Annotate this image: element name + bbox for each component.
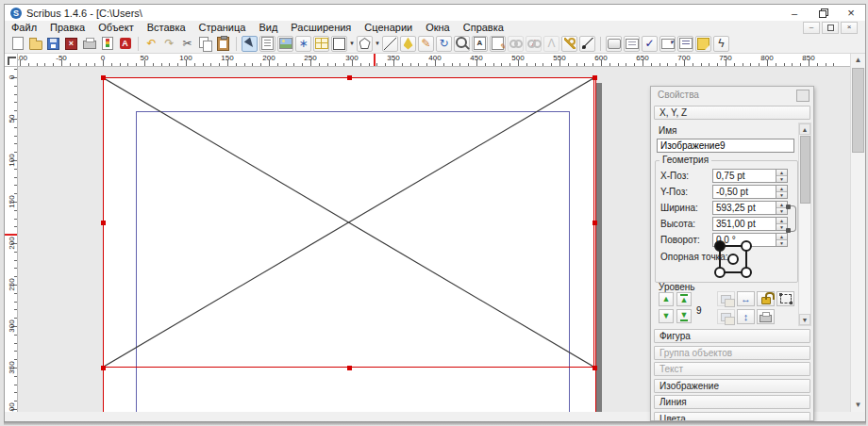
measurements-button[interactable]: Λ	[543, 36, 559, 52]
image-frame-object[interactable]	[103, 77, 594, 368]
x-pos-spin-buttons[interactable]: ▲▼	[776, 170, 787, 182]
palette-title-bar[interactable]: Свойства	[651, 87, 813, 103]
insert-shape-button[interactable]	[331, 36, 347, 52]
scroll-up-icon[interactable]: ▲	[851, 54, 865, 67]
insert-bezier-button[interactable]	[400, 36, 416, 52]
scroll-down-icon[interactable]: ▼	[851, 399, 865, 412]
new-document-button[interactable]	[9, 36, 25, 52]
horizontal-ruler[interactable]: -100-50050100150200250300350400450500550…	[18, 54, 850, 67]
select-item-button[interactable]	[242, 36, 258, 52]
copy-properties-button[interactable]	[561, 36, 577, 52]
basepoint-bottom-right[interactable]	[741, 267, 752, 278]
pdf-link-annotation-button[interactable]: ϟ	[713, 36, 729, 52]
selection-handle-br[interactable]	[593, 366, 597, 370]
width-spinbox[interactable]: 593,25 pt▲▼	[712, 201, 788, 215]
scrollbar-thumb[interactable]	[852, 68, 864, 153]
mdi-restore-button[interactable]	[822, 22, 839, 34]
menu-item-8[interactable]: Окна	[419, 21, 457, 34]
zoom-button[interactable]	[454, 36, 470, 52]
edit-contents-button[interactable]	[472, 36, 488, 52]
section-colors[interactable]: Цвета	[654, 412, 810, 422]
close-document-button[interactable]	[63, 36, 79, 52]
group-button[interactable]	[717, 291, 735, 306]
undo-button[interactable]: ↶	[143, 36, 159, 52]
y-pos-spin-buttons[interactable]: ▲▼	[776, 186, 787, 198]
level-up-button[interactable]: ▲	[659, 292, 674, 306]
tab-xyz[interactable]: X, Y, Z	[654, 106, 810, 120]
basepoint-bottom-left[interactable]	[714, 267, 726, 278]
insert-line-button[interactable]	[382, 36, 398, 52]
level-to-bottom-button[interactable]: ▼	[676, 309, 692, 323]
selection-handle-tr[interactable]	[593, 75, 597, 80]
mdi-close-button[interactable]: ×	[841, 22, 858, 34]
canvas-vertical-scrollbar[interactable]: ▲ ▼	[850, 54, 865, 412]
cut-button[interactable]: ✂	[179, 36, 195, 52]
open-document-button[interactable]	[27, 36, 43, 52]
menu-item-1[interactable]: Правка	[43, 21, 92, 34]
print-button[interactable]	[81, 36, 97, 52]
enable-printing-button[interactable]	[757, 309, 775, 324]
story-editor-button[interactable]	[490, 36, 506, 52]
pdf-text-field-button[interactable]	[624, 36, 640, 52]
palette-scroll-down-icon[interactable]: ▼	[799, 314, 810, 325]
spin-down-icon[interactable]: ▼	[776, 239, 787, 246]
flip-horizontal-button[interactable]: ↔	[737, 291, 755, 306]
insert-shape-dropdown[interactable]: ▾	[348, 36, 356, 52]
basepoint-selector[interactable]	[714, 240, 752, 278]
preflight-verifier-button[interactable]	[99, 36, 115, 52]
insert-image-frame-button[interactable]	[277, 36, 293, 52]
section-shape[interactable]: Фигура	[654, 329, 810, 343]
rotation-spin-buttons[interactable]: ▲▼	[776, 234, 787, 246]
menu-item-4[interactable]: Страница	[192, 21, 253, 34]
section-group[interactable]: Группа объектов	[654, 346, 810, 360]
height-spinbox[interactable]: 351,00 pt▲▼	[712, 217, 788, 231]
menu-item-5[interactable]: Вид	[252, 21, 284, 34]
palette-scrollbar-thumb[interactable]	[800, 136, 810, 204]
pdf-combo-box-button[interactable]	[659, 36, 676, 52]
insert-polygon-button[interactable]	[357, 36, 373, 52]
paste-button[interactable]	[215, 36, 231, 52]
selection-handle-tl[interactable]	[101, 75, 106, 80]
pdf-checkbox-button[interactable]: ✓	[642, 36, 658, 52]
basepoint-center[interactable]	[727, 254, 739, 265]
selection-handle-mr[interactable]	[593, 221, 597, 225]
pdf-list-box-button[interactable]	[677, 36, 693, 52]
palette-close-button[interactable]	[796, 90, 810, 102]
insert-polygon-dropdown[interactable]: ▾	[374, 36, 381, 52]
export-pdf-button[interactable]	[117, 36, 133, 52]
rotate-item-button[interactable]: ↻	[436, 36, 452, 52]
lock-button[interactable]	[757, 291, 775, 306]
link-width-height-icon[interactable]	[789, 205, 796, 232]
insert-text-frame-button[interactable]	[259, 36, 275, 52]
object-name-input[interactable]	[657, 139, 794, 153]
restore-button[interactable]	[809, 5, 837, 21]
flip-vertical-button[interactable]: ↕	[737, 309, 755, 324]
ruler-origin-button[interactable]	[5, 54, 18, 67]
palette-scroll-up-icon[interactable]: ▲	[799, 123, 810, 135]
link-text-frames-button[interactable]	[508, 36, 524, 52]
menu-item-0[interactable]: Файл	[5, 21, 43, 34]
section-image[interactable]: Изображение	[654, 379, 810, 393]
pdf-push-button-button[interactable]	[606, 36, 622, 52]
spin-down-icon[interactable]: ▼	[776, 191, 787, 198]
basepoint-top-left[interactable]	[714, 240, 726, 252]
menu-item-9[interactable]: Справка	[457, 21, 510, 34]
section-text[interactable]: Текст	[654, 362, 810, 376]
mdi-minimize-button[interactable]: –	[803, 22, 820, 34]
section-line[interactable]: Линия	[654, 395, 810, 409]
level-to-top-button[interactable]: ▲	[676, 292, 692, 306]
lock-size-button[interactable]	[776, 291, 794, 306]
selection-handle-bm[interactable]	[347, 366, 352, 370]
close-button[interactable]: ×	[837, 5, 865, 21]
pdf-text-annotation-button[interactable]	[695, 36, 711, 52]
palette-scrollbar[interactable]: ▲ ▼	[798, 123, 811, 326]
selection-handle-ml[interactable]	[101, 221, 106, 225]
insert-freehand-button[interactable]: ✎	[418, 36, 434, 52]
unlink-text-frames-button[interactable]	[526, 36, 542, 52]
menu-item-7[interactable]: Сценарии	[358, 21, 419, 34]
copy-button[interactable]	[197, 36, 213, 52]
save-document-button[interactable]	[45, 36, 61, 52]
selection-handle-bl[interactable]	[101, 366, 106, 370]
redo-button[interactable]: ↷	[161, 36, 177, 52]
selection-handle-tm[interactable]	[347, 75, 352, 80]
